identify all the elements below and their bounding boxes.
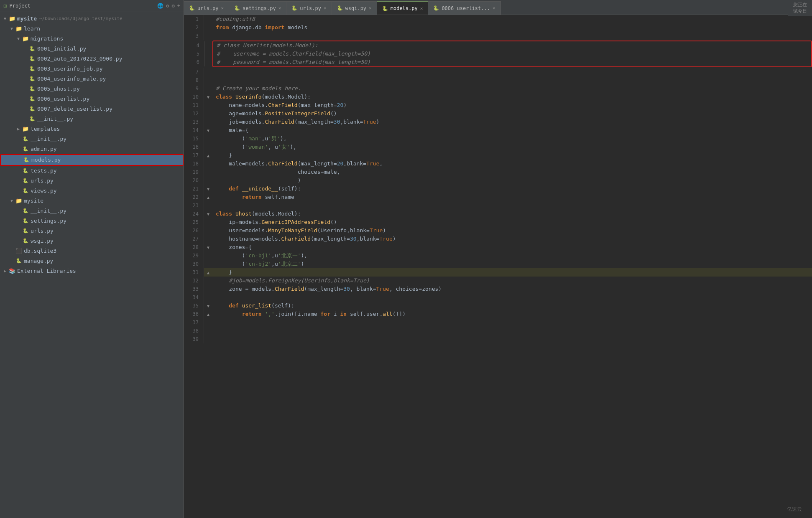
tab-models[interactable]: 🐍 models.py ✕ (377, 1, 429, 15)
tree-item-0007[interactable]: 🐍 0007_delete_userlist.py (0, 104, 184, 114)
tab-close-wsgi[interactable]: ✕ (369, 5, 372, 11)
tree-item-0005[interactable]: 🐍 0005_uhost.py (0, 84, 184, 94)
fold-2 (204, 23, 212, 32)
tree-item-0001[interactable]: 🐍 0001_initial.py (0, 44, 184, 54)
py-icon-urls-learn: 🐍 (22, 177, 29, 185)
tab-icon-settings: 🐍 (234, 5, 240, 11)
tree-item-0004[interactable]: 🐍 0004_userinfo_male.py (0, 74, 184, 84)
line-content-14: male={ (212, 126, 812, 135)
plus-icon[interactable]: + (177, 3, 180, 9)
tree-item-0003[interactable]: 🐍 0003_userinfo_job.py (0, 64, 184, 74)
code-line-16: 16 ('woman', u'女'), (184, 143, 812, 151)
code-line-4: 4 # class Userlist(models.Model): (185, 41, 811, 50)
label-mysite-root: mysite (17, 15, 37, 23)
label-mysite-inner: mysite (24, 197, 43, 205)
tree-item-urls-mysite[interactable]: 🐍 urls.py (0, 226, 184, 236)
code-line-12: 12 age=models.PositiveIntegerField() (184, 109, 812, 118)
code-line-28: 28 ▼ zones={ (184, 243, 812, 251)
line-content-20: ) (212, 176, 812, 185)
tab-urls2[interactable]: 🐍 urls.py ✕ (286, 1, 332, 15)
line-num-15: 15 (184, 135, 204, 143)
code-line-15: 15 ('man',u'男'), (184, 135, 812, 143)
line-num-24: 24 (184, 210, 204, 218)
tree-item-migrations[interactable]: ▼ 📁 migrations (0, 34, 184, 44)
code-line-31: 31 ▲ } (184, 268, 812, 277)
code-line-27: 27 hostname=models.CharField(max_length=… (184, 235, 812, 243)
tree-item-views[interactable]: 🐍 views.py (0, 186, 184, 196)
tree-item-learn[interactable]: ▼ 📁 learn (0, 24, 184, 34)
tab-settings[interactable]: 🐍 settings.py ✕ (229, 1, 286, 15)
tab-icon-0006: 🐍 (433, 5, 439, 11)
py-icon-init-learn: 🐍 (22, 135, 29, 143)
tab-urls1[interactable]: 🐍 urls.py ✕ (184, 1, 229, 15)
code-line-38: 38 (184, 327, 812, 335)
tree-item-manage[interactable]: 🐍 manage.py (0, 256, 184, 266)
settings-icon[interactable]: ⚙ (166, 3, 169, 9)
tree-item-settings-mysite[interactable]: 🐍 settings.py (0, 216, 184, 226)
py-icon-0007: 🐍 (28, 105, 36, 113)
tree-item-0006[interactable]: 🐍 0006_userlist.py (0, 94, 184, 104)
fold-9 (204, 84, 212, 93)
fold-20 (204, 176, 212, 185)
fold-23 (204, 201, 212, 210)
folder-icon-templates: 📁 (22, 125, 29, 133)
tree-item-mysite-inner[interactable]: ▼ 📁 mysite (0, 196, 184, 206)
fold-6 (205, 58, 213, 66)
fold-3 (204, 32, 212, 40)
tree-item-external-libs[interactable]: ▶ 📚 External Libraries (0, 266, 184, 276)
arrow-mysite-root: ▼ (2, 15, 8, 23)
arrow-migrations: ▼ (15, 35, 22, 43)
code-line-6: 6 # password = models.CharField(max_leng… (185, 58, 811, 66)
label-0003: 0003_userinfo_job.py (37, 65, 103, 73)
tree-item-db[interactable]: ⬛ db.sqlite3 (0, 246, 184, 256)
code-line-21: 21 ▼ def __unicode__(self): (184, 185, 812, 193)
line-num-10: 10 (184, 93, 204, 101)
tree-item-tests[interactable]: 🐍 tests.py (0, 166, 184, 176)
tree-item-0002[interactable]: 🐍 0002_auto_20170223_0900.py (0, 54, 184, 64)
tree-item-init-mysite[interactable]: 🐍 __init__.py (0, 206, 184, 216)
tab-close-settings[interactable]: ✕ (278, 5, 281, 11)
line-content-34 (212, 293, 812, 302)
fold-25 (204, 218, 212, 226)
line-num-16: 16 (184, 143, 204, 151)
fold-16 (204, 143, 212, 151)
code-line-26: 26 user=models.ManyToManyField(Userinfo,… (184, 226, 812, 235)
arrow-templates: ▶ (15, 125, 22, 133)
tree-item-templates[interactable]: ▶ 📁 templates (0, 124, 184, 134)
line-num-19: 19 (184, 168, 204, 176)
tab-close-urls1[interactable]: ✕ (221, 5, 224, 11)
line-content-24: class Uhost(models.Model): (212, 210, 812, 218)
line-content-21: def __unicode__(self): (212, 185, 812, 193)
fold-32 (204, 277, 212, 285)
line-content-2: from django.db import models (212, 23, 812, 32)
fold-24: ▼ (204, 210, 212, 218)
line-num-13: 13 (184, 118, 204, 126)
code-editor[interactable]: 1 #coding:utf8 2 from django.db import m… (184, 15, 812, 518)
line-num-28: 28 (184, 243, 204, 251)
globe-icon[interactable]: 🌐 (157, 3, 163, 9)
tab-close-urls2[interactable]: ✕ (324, 5, 327, 11)
line-content-6: # password = models.CharField(max_length… (213, 58, 811, 66)
fold-30 (204, 260, 212, 268)
line-content-36: return ','.join([i.name for i in self.us… (212, 310, 812, 318)
gear2-icon[interactable]: ⚙ (172, 3, 175, 9)
editor-area: 您正在 试今日 🐍 urls.py ✕ 🐍 settings.py ✕ 🐍 ur… (184, 0, 812, 518)
py-icon-0006: 🐍 (28, 95, 36, 103)
tab-close-models[interactable]: ✕ (420, 6, 423, 11)
tree-item-mysite-root[interactable]: ▼ 📁 mysite ~/Downloads/django_test/mysit… (0, 14, 184, 24)
code-line-7: 7 (184, 68, 812, 76)
tree-item-init-learn[interactable]: 🐍 __init__.py (0, 134, 184, 144)
py-icon-admin: 🐍 (22, 145, 29, 153)
label-0006: 0006_userlist.py (37, 95, 89, 103)
tab-0006[interactable]: 🐍 0006_userlist... ✕ (428, 1, 500, 15)
line-content-13: job=models.CharField(max_length=30,blank… (212, 118, 812, 126)
label-init-mysite: __init__.py (31, 207, 66, 215)
tree-item-models[interactable]: 🐍 models.py (0, 154, 184, 166)
tree-item-admin[interactable]: 🐍 admin.py (0, 144, 184, 154)
tree-item-urls-learn[interactable]: 🐍 urls.py (0, 176, 184, 186)
tab-label-urls1: urls.py (197, 5, 219, 11)
tree-item-wsgi-mysite[interactable]: 🐍 wsgi.py (0, 236, 184, 246)
tab-close-0006[interactable]: ✕ (493, 5, 495, 11)
tree-item-init-migrations[interactable]: 🐍 __init__.py (0, 114, 184, 124)
tab-wsgi[interactable]: 🐍 wsgi.py ✕ (332, 1, 377, 15)
